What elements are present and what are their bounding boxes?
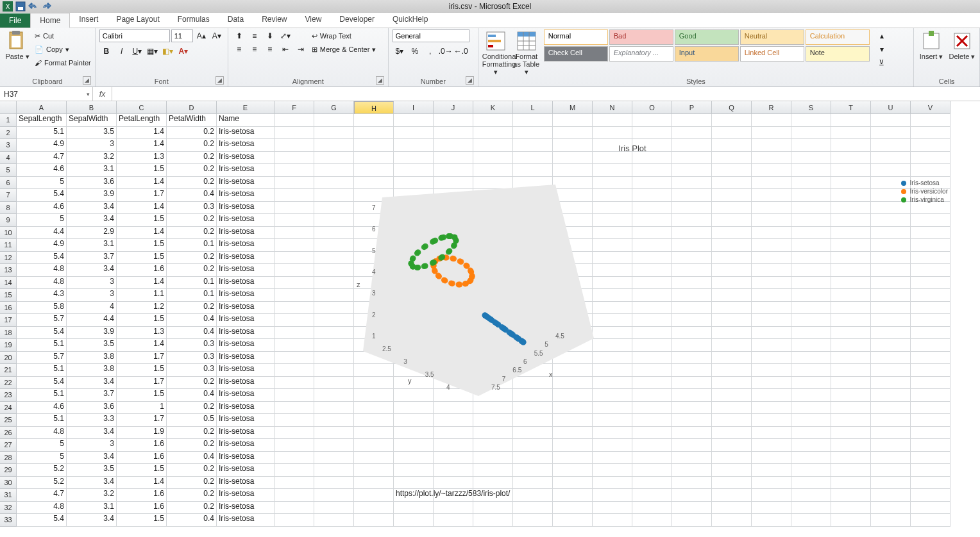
- cell[interactable]: 0.2: [167, 302, 217, 315]
- cell[interactable]: 4.7: [17, 152, 67, 165]
- insert-cells-button[interactable]: Insert ▾: [918, 29, 945, 61]
- cell[interactable]: Iris-setosa: [217, 214, 275, 227]
- accounting-icon[interactable]: $▾: [393, 45, 407, 58]
- cell[interactable]: 3.4: [67, 202, 117, 215]
- cell[interactable]: 1.4: [117, 139, 167, 152]
- cell[interactable]: [672, 514, 712, 527]
- row-header[interactable]: 24: [0, 402, 17, 415]
- cell[interactable]: [434, 452, 473, 465]
- cell[interactable]: [791, 439, 831, 452]
- cell[interactable]: 0.1: [167, 239, 217, 252]
- cell[interactable]: 0.2: [167, 127, 217, 140]
- cell[interactable]: 3.6: [67, 402, 117, 415]
- col-header-E[interactable]: E: [217, 101, 275, 114]
- cell[interactable]: [593, 502, 632, 515]
- cell[interactable]: [791, 502, 831, 515]
- cell[interactable]: 4.4: [67, 314, 117, 327]
- cell[interactable]: 4.8: [17, 264, 67, 277]
- cell[interactable]: [275, 227, 314, 240]
- cell[interactable]: 3.4: [67, 477, 117, 490]
- cell[interactable]: [553, 502, 593, 515]
- wrap-text-button[interactable]: ↩Wrap Text: [312, 29, 376, 42]
- style-explanatory-[interactable]: Explanatory ...: [609, 46, 673, 62]
- cell[interactable]: 1.6: [117, 489, 167, 502]
- cell[interactable]: Iris-setosa: [217, 502, 275, 515]
- row-header[interactable]: 13: [0, 264, 17, 277]
- cell[interactable]: 3.1: [67, 239, 117, 252]
- cell[interactable]: [593, 114, 632, 127]
- cell[interactable]: [553, 514, 593, 527]
- cell[interactable]: 3.7: [67, 252, 117, 265]
- cell[interactable]: Iris-setosa: [217, 239, 275, 252]
- cell[interactable]: 3.5: [67, 127, 117, 140]
- col-header-G[interactable]: G: [314, 101, 354, 114]
- font-launcher[interactable]: ◢: [215, 76, 224, 85]
- cell[interactable]: 0.2: [167, 427, 217, 440]
- cell[interactable]: 0.2: [167, 177, 217, 190]
- format-painter-button[interactable]: 🖌Format Painter: [35, 56, 91, 69]
- cell[interactable]: [513, 502, 553, 515]
- cell[interactable]: [632, 464, 672, 477]
- cell[interactable]: [752, 452, 791, 465]
- row-header[interactable]: 7: [0, 189, 17, 202]
- styles-scroll-up[interactable]: ▴: [875, 29, 889, 42]
- cell[interactable]: 5.4: [17, 252, 67, 265]
- cell[interactable]: [871, 477, 911, 490]
- styles-scroll-down[interactable]: ▾: [875, 43, 889, 56]
- cell[interactable]: [791, 452, 831, 465]
- row-header[interactable]: 18: [0, 327, 17, 340]
- cell[interactable]: [513, 514, 553, 527]
- cell[interactable]: [275, 177, 314, 190]
- cell[interactable]: 0.2: [167, 489, 217, 502]
- align-center-icon[interactable]: ≡: [248, 43, 262, 56]
- clipboard-launcher[interactable]: ◢: [83, 76, 91, 85]
- shrink-font-icon[interactable]: A▾: [210, 29, 224, 42]
- cell[interactable]: 0.3: [167, 202, 217, 215]
- cell[interactable]: [553, 127, 593, 140]
- cell[interactable]: [473, 502, 513, 515]
- cell[interactable]: [791, 464, 831, 477]
- cell[interactable]: [275, 114, 314, 127]
- cell[interactable]: Iris-setosa: [217, 227, 275, 240]
- cell[interactable]: [275, 189, 314, 202]
- cell[interactable]: 3: [67, 439, 117, 452]
- cell[interactable]: 1.7: [117, 414, 167, 427]
- cell[interactable]: 5: [17, 177, 67, 190]
- cell[interactable]: Iris-setosa: [217, 252, 275, 265]
- cell[interactable]: [911, 514, 950, 527]
- row-header[interactable]: 16: [0, 302, 17, 315]
- cell[interactable]: 1.5: [117, 239, 167, 252]
- cell[interactable]: 0.4: [167, 389, 217, 402]
- col-header-K[interactable]: K: [473, 101, 513, 114]
- cell[interactable]: [553, 439, 593, 452]
- cell[interactable]: 3.4: [67, 377, 117, 390]
- cell[interactable]: [275, 352, 314, 365]
- cell[interactable]: [275, 239, 314, 252]
- cell[interactable]: [354, 464, 394, 477]
- row-header[interactable]: 33: [0, 514, 17, 527]
- col-header-V[interactable]: V: [911, 101, 950, 114]
- cell[interactable]: [632, 127, 672, 140]
- row-header[interactable]: 4: [0, 152, 17, 165]
- cell[interactable]: 1.7: [117, 189, 167, 202]
- font-size-select[interactable]: [171, 29, 193, 42]
- cell[interactable]: 1.1: [117, 289, 167, 302]
- cell[interactable]: [752, 489, 791, 502]
- cell[interactable]: [275, 314, 314, 327]
- cell[interactable]: 4.9: [17, 239, 67, 252]
- align-right-icon[interactable]: ≡: [263, 43, 277, 56]
- cell[interactable]: 1.3: [117, 152, 167, 165]
- cell[interactable]: [752, 514, 791, 527]
- cell[interactable]: 3.9: [67, 189, 117, 202]
- cell[interactable]: [911, 439, 950, 452]
- style-bad[interactable]: Bad: [609, 29, 673, 45]
- cell[interactable]: [911, 127, 950, 140]
- cell[interactable]: [275, 139, 314, 152]
- col-header-R[interactable]: R: [752, 101, 791, 114]
- grow-font-icon[interactable]: A▴: [194, 29, 208, 42]
- cell[interactable]: Iris-setosa: [217, 364, 275, 377]
- italic-button[interactable]: I: [115, 45, 129, 58]
- col-header-U[interactable]: U: [871, 101, 911, 114]
- number-launcher[interactable]: ◢: [466, 76, 474, 85]
- style-linked-cell[interactable]: Linked Cell: [740, 46, 804, 62]
